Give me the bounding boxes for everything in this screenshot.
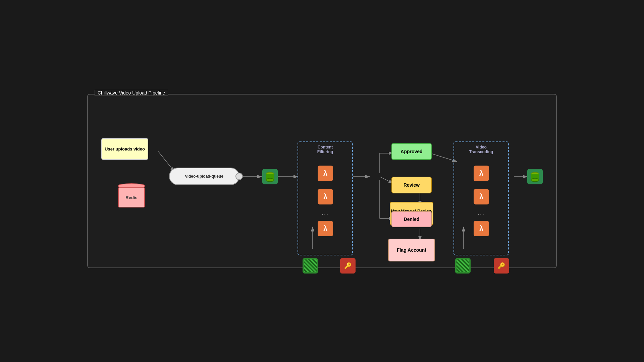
lambda-vt-3: λ (474, 221, 489, 236)
approved-node: Approved (391, 143, 432, 160)
lambda-vt-1: λ (474, 166, 489, 181)
svg-line-12 (430, 153, 457, 162)
lambda-cf-2: λ (318, 189, 333, 204)
svg-point-21 (531, 178, 539, 182)
sqs-vt (455, 258, 471, 274)
video-transcoding-label: VideoTranscoding (469, 145, 493, 154)
cf-dots: ··· (322, 211, 329, 218)
diagram-container: Chillwave Video Upload Pipeline (87, 94, 557, 268)
secrets-vt: 🔑 (494, 258, 509, 274)
user-uploads-node: User uploads video (101, 138, 148, 160)
flag-account-node: Flag Account (388, 239, 435, 261)
svg-point-18 (266, 178, 274, 182)
queue-node: video-upload-queue (169, 168, 239, 185)
secrets-cf: 🔑 (340, 258, 356, 274)
review-node: Review (391, 177, 432, 193)
s3-bucket-2 (527, 169, 543, 184)
video-transcoding-group: VideoTranscoding λ λ ··· λ (453, 141, 509, 255)
redis-node: Redis (118, 183, 145, 207)
denied-node: Denied (391, 211, 432, 227)
redis-body: Redis (118, 187, 145, 207)
redis-top (118, 183, 145, 187)
lambda-cf-1: λ (318, 166, 333, 181)
diagram-title: Chillwave Video Upload Pipeline (95, 90, 168, 96)
vt-dots: ··· (478, 211, 485, 218)
content-filtering-label: ContentFiltering (317, 145, 333, 154)
lambda-cf-3: λ (318, 221, 333, 236)
sqs-cf (303, 258, 318, 274)
s3-bucket-1 (262, 169, 278, 184)
svg-line-7 (380, 177, 393, 183)
lambda-vt-2: λ (474, 189, 489, 204)
content-filtering-group: ContentFiltering λ λ ··· λ (298, 141, 353, 255)
svg-line-1 (158, 152, 174, 172)
